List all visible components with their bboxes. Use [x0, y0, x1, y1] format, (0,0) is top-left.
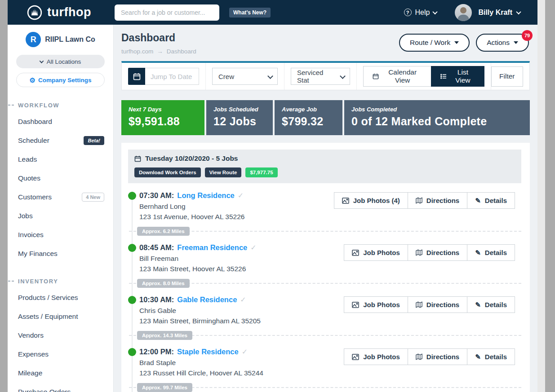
caret-down-icon [514, 41, 518, 44]
sidebar-item[interactable]: My Finances [8, 244, 113, 263]
job-address: 123 Russet Hill Circle, Hoover AL 35244 [139, 369, 521, 377]
job-actions: Job Photos Directions [344, 348, 515, 365]
location-selector[interactable]: All Locations [16, 55, 105, 68]
job-photos-button[interactable]: Job Photos [344, 348, 408, 365]
directions-button[interactable]: Directions [408, 192, 467, 209]
sidebar-item[interactable]: Purchase Orders [8, 383, 113, 392]
job-photos-label: Job Photos (4) [353, 197, 400, 204]
details-button[interactable]: ✎ Details [467, 348, 515, 365]
avatar[interactable] [455, 4, 472, 21]
directions-button[interactable]: Directions [408, 296, 467, 313]
mark-complete-check-icon[interactable]: ✓ [242, 348, 248, 356]
settings-label: Company Settings [38, 77, 92, 84]
serviced-status-select[interactable]: Serviced Stat [291, 68, 350, 85]
view-route-button[interactable]: View Route [205, 167, 242, 177]
mark-complete-check-icon[interactable]: ✓ [238, 191, 244, 200]
download-work-orders-button[interactable]: Download Work Orders [134, 167, 201, 177]
search-input[interactable] [115, 4, 219, 21]
sidebar-item[interactable]: Mileage [8, 364, 113, 383]
stat-box: Jobs Completed 0 of 12 Marked Complete [344, 100, 530, 135]
route-work-button[interactable]: Route / Work [399, 34, 470, 52]
job-photos-button[interactable]: Job Photos (4) [334, 192, 408, 209]
job-status-dot [128, 244, 136, 252]
job-row: 10:30 AM: Gable Residence ✓ Chris Gable … [128, 295, 521, 340]
stat-box: Next 7 Days $9,591.88 [121, 100, 204, 135]
sidebar-item-badge: 4 New [82, 193, 104, 202]
details-button[interactable]: ✎ Details [467, 296, 515, 313]
sidebar-item[interactable]: Invoices [8, 225, 113, 244]
sidebar-item[interactable]: Expenses [8, 345, 113, 364]
job-status-dot [128, 348, 136, 356]
user-menu[interactable]: Billy Kraft [478, 9, 520, 17]
breadcrumb-root[interactable]: turfhop.com [121, 48, 153, 55]
job-name-link[interactable]: Long Residence [177, 191, 234, 200]
crew-select[interactable]: Crew [212, 68, 278, 85]
sidebar-item[interactable]: Scheduler Beta! [8, 131, 113, 150]
date-picker-button[interactable] [128, 68, 145, 85]
job-name-link[interactable]: Gable Residence [177, 295, 237, 304]
stat-value: $9,591.88 [129, 115, 197, 128]
help-label: Help [415, 9, 430, 17]
help-menu[interactable]: ? Help [404, 9, 437, 17]
sidebar-item[interactable]: Leads [8, 150, 113, 169]
job-list-card: Tuesday 10/20/2020 - 5 Jobs Download Wor… [121, 143, 530, 392]
job-name-link[interactable]: Staple Residence [177, 348, 239, 356]
jump-to-date-input[interactable] [145, 68, 199, 85]
chevron-down-icon [39, 59, 44, 63]
list-view-button[interactable]: List View [431, 66, 484, 87]
filter-button[interactable]: Filter [491, 66, 523, 87]
mark-complete-check-icon[interactable]: ✓ [240, 295, 246, 304]
job-photos-label: Job Photos [363, 353, 400, 361]
calendar-view-button[interactable]: Calendar View [363, 66, 431, 87]
gear-icon: ⚙ [30, 77, 36, 84]
sidebar-item[interactable]: Jobs [8, 207, 113, 225]
user-name: Billy Kraft [478, 9, 512, 17]
scrollbar-thumb[interactable] [545, 0, 555, 392]
sidebar-item[interactable]: Products / Services [8, 288, 113, 307]
breadcrumb: turfhop.com → Dashboard [121, 48, 196, 55]
brand-logo[interactable]: turfhop [27, 4, 91, 21]
sidebar-item[interactable]: Customers 4 New [8, 188, 113, 207]
job-actions: Job Photos Directions [344, 296, 515, 313]
directions-button[interactable]: Directions [408, 348, 467, 365]
job-row: 07:30 AM: Long Residence ✓ Bernhard Long… [128, 191, 521, 236]
breadcrumb-arrow-icon: → [157, 48, 163, 55]
page-title: Dashboard [121, 32, 196, 44]
job-address: 123 Main Street, Birmingham AL 35205 [139, 317, 521, 325]
job-row: 08:45 AM: Freeman Residence ✓ Bill Freem… [128, 243, 521, 288]
sidebar-item-label: Invoices [18, 231, 44, 239]
map-icon [416, 197, 422, 204]
details-label: Details [485, 353, 507, 361]
job-address: 123 1st Avenue, Hoover AL 35226 [139, 213, 521, 221]
details-button[interactable]: ✎ Details [467, 192, 515, 209]
details-label: Details [485, 249, 507, 256]
sidebar-item[interactable]: Quotes [8, 169, 113, 188]
route-work-label: Route / Work [410, 39, 450, 47]
details-button[interactable]: ✎ Details [467, 244, 515, 261]
pencil-icon: ✎ [475, 249, 481, 257]
sidebar-item-label: Purchase Orders [18, 388, 71, 392]
sidebar-item-badge: Beta! [84, 136, 104, 145]
sidebar-item[interactable]: Dashboard [8, 112, 113, 131]
sidebar-item[interactable]: Vendors [8, 326, 113, 345]
company-header[interactable]: R RIIPL Lawn Co [8, 32, 113, 47]
sidebar: R RIIPL Lawn Co All Locations ⚙ Company … [8, 25, 114, 392]
distance-divider: Approx. 14.3 Miles [128, 331, 521, 340]
job-photos-button[interactable]: Job Photos [344, 296, 408, 313]
pencil-icon: ✎ [475, 353, 481, 361]
job-photos-label: Job Photos [363, 249, 400, 256]
day-total-badge: $7,977.75 [245, 167, 277, 177]
company-settings-button[interactable]: ⚙ Company Settings [16, 73, 105, 87]
mark-complete-check-icon[interactable]: ✓ [250, 243, 256, 252]
job-time: 08:45 AM: [139, 243, 174, 252]
sidebar-item[interactable]: Assets / Equipment [8, 307, 113, 326]
whats-new-button[interactable]: What’s New? [229, 8, 271, 18]
actions-button[interactable]: Actions 79 [476, 34, 529, 52]
job-name-link[interactable]: Freeman Residence [177, 243, 247, 252]
directions-button[interactable]: Directions [408, 244, 467, 261]
company-logo: R [26, 32, 41, 47]
distance-divider: Approx. 8.0 Miles [128, 279, 521, 288]
sidebar-item-label: Expenses [18, 350, 49, 358]
directions-label: Directions [426, 197, 459, 204]
job-photos-button[interactable]: Job Photos [344, 244, 408, 261]
